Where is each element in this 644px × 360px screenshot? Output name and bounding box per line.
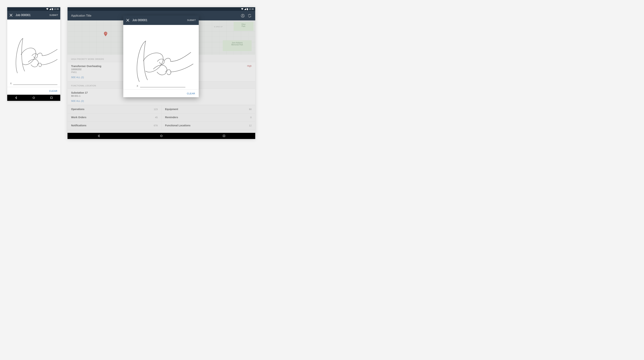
- clock: 12:30: [54, 8, 59, 10]
- summary-row[interactable]: Equipment90: [162, 105, 256, 113]
- summary-row[interactable]: Functional Locations12: [162, 121, 256, 130]
- battery-icon: [247, 8, 248, 10]
- signature-line: [13, 85, 58, 85]
- signal-icon: [244, 8, 246, 10]
- status-bar: 12:30: [7, 7, 60, 11]
- signature-area[interactable]: X: [123, 25, 199, 89]
- submit-button[interactable]: SUBMIT: [187, 19, 196, 22]
- submit-button[interactable]: SUBMIT: [50, 14, 58, 17]
- signature-line: [140, 87, 185, 87]
- wifi-icon: [46, 8, 48, 10]
- back-icon[interactable]: [97, 134, 100, 137]
- phone-device: 12:30 Job 000001 SUBMIT X CLEAR: [7, 7, 60, 101]
- svg-rect-7: [247, 8, 248, 8]
- account-icon[interactable]: [241, 14, 245, 18]
- svg-point-4: [33, 97, 35, 99]
- see-all-link[interactable]: SEE ALL (2): [68, 100, 255, 105]
- priority-badge: High: [247, 65, 252, 67]
- wifi-icon: [241, 8, 243, 10]
- signature-drawing: [10, 22, 58, 81]
- battery-icon: [52, 8, 53, 10]
- svg-rect-6: [247, 8, 248, 10]
- clear-button[interactable]: CLEAR: [187, 92, 195, 95]
- svg-point-15: [160, 135, 162, 137]
- home-icon[interactable]: [160, 134, 163, 137]
- svg-rect-5: [50, 97, 52, 99]
- phone-titlebar: Job 000001 SUBMIT: [7, 11, 60, 20]
- back-icon[interactable]: [14, 96, 18, 99]
- dialog-title: Job 000001: [132, 19, 184, 22]
- summary-row[interactable]: Notifications678: [68, 121, 161, 130]
- signal-icon: [49, 8, 51, 10]
- signature-drawing: [128, 29, 194, 84]
- summary-row[interactable]: Work Orders45: [68, 113, 161, 121]
- status-bar: 12:30: [68, 7, 255, 11]
- tablet-device: 12:30 Application Title Olive Park Jane …: [68, 7, 255, 139]
- home-icon[interactable]: [32, 96, 35, 99]
- svg-point-9: [242, 15, 243, 16]
- summary-row[interactable]: Operations123: [68, 105, 161, 113]
- signature-marker: X: [10, 82, 12, 85]
- signature-dialog: Job 000001 SUBMIT X CLEAR: [123, 16, 199, 97]
- summary-row[interactable]: Reminders0: [162, 113, 256, 121]
- close-icon[interactable]: [10, 14, 13, 17]
- svg-rect-1: [52, 8, 53, 8]
- clock: 12:30: [249, 8, 254, 10]
- android-navbar: [68, 133, 255, 139]
- recents-icon[interactable]: [50, 96, 53, 99]
- summary-grid: Operations123 Work Orders45 Notification…: [68, 105, 255, 130]
- signature-marker: X: [137, 85, 138, 87]
- sync-icon[interactable]: [248, 14, 252, 18]
- signature-area[interactable]: X: [7, 20, 60, 87]
- svg-rect-0: [52, 8, 53, 10]
- recents-icon[interactable]: [222, 134, 226, 137]
- android-navbar: [7, 95, 60, 101]
- clear-button[interactable]: CLEAR: [49, 90, 58, 92]
- phone-title: Job 000001: [16, 14, 46, 17]
- close-icon[interactable]: [126, 19, 130, 22]
- svg-rect-16: [223, 135, 225, 137]
